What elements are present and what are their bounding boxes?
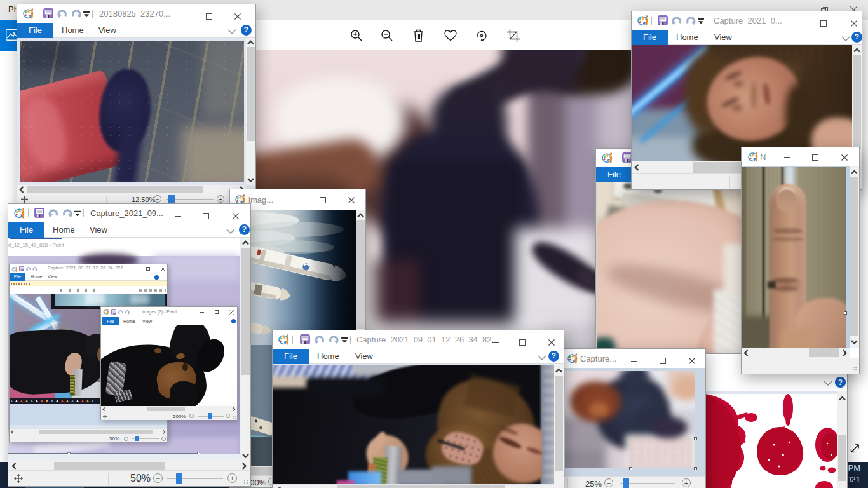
svg-text:?: ? <box>838 378 843 387</box>
